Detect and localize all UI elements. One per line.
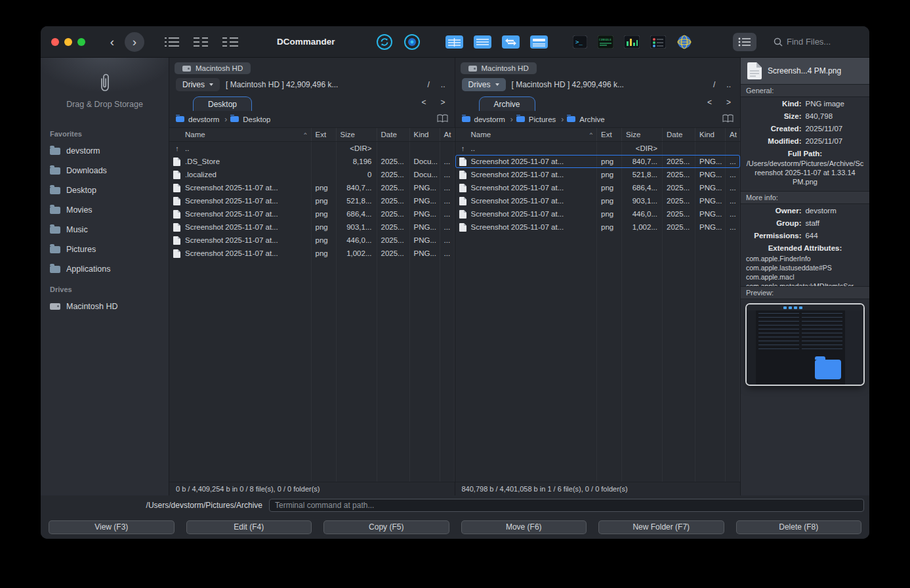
sync-button[interactable] bbox=[375, 32, 394, 52]
sort-asc-icon: ^ bbox=[590, 132, 592, 137]
info-panel-toggle-button[interactable] bbox=[733, 33, 756, 51]
single-pane-button[interactable] bbox=[472, 34, 493, 50]
sidebar-item[interactable]: Pictures bbox=[41, 240, 169, 259]
terminal-command-input[interactable] bbox=[269, 499, 864, 512]
horizontal-split-button[interactable] bbox=[529, 34, 549, 50]
processes-button[interactable] bbox=[649, 34, 667, 50]
file-row[interactable]: ↑ .. <DIR> bbox=[455, 142, 741, 155]
swap-panels-button[interactable] bbox=[501, 34, 521, 50]
column-header-size[interactable]: Size bbox=[337, 128, 377, 141]
column-header-size[interactable]: Size bbox=[622, 128, 663, 141]
file-row[interactable]: ↑ .. <DIR> bbox=[169, 142, 455, 155]
file-row[interactable]: ↑ Screenshot 2025-11-07 at... png 903,1.… bbox=[169, 220, 455, 234]
pane-tab[interactable]: Desktop bbox=[193, 96, 252, 111]
extended-attributes-label: Extended Attributes: bbox=[741, 242, 869, 253]
breadcrumb-item[interactable]: devstorm › bbox=[462, 115, 513, 124]
brief-view-button[interactable] bbox=[163, 35, 181, 49]
breadcrumb-item[interactable]: Desktop › bbox=[230, 116, 270, 123]
activity-button[interactable] bbox=[623, 34, 641, 50]
column-header-at[interactable]: At bbox=[726, 128, 740, 141]
dragdrop-storage[interactable]: Drag & Drop Storage bbox=[41, 58, 169, 123]
function-button[interactable]: New Folder (F7) bbox=[598, 520, 724, 534]
sidebar-item[interactable]: Desktop bbox=[41, 180, 169, 200]
sidebar-item[interactable]: Music bbox=[41, 220, 169, 240]
column-header-kind[interactable]: Kind bbox=[695, 128, 726, 141]
pane-tab[interactable]: Archive bbox=[479, 96, 535, 111]
bookmarks-icon[interactable] bbox=[437, 114, 448, 123]
file-row[interactable]: ↑ Screenshot 2025-11-07 at... png 521,8.… bbox=[455, 168, 741, 181]
info-panel-toggle-icon bbox=[738, 37, 751, 47]
function-button[interactable]: Copy (F5) bbox=[323, 520, 449, 534]
column-header-ext[interactable]: Ext bbox=[597, 128, 622, 141]
file-row[interactable]: ↑ Screenshot 2025-11-07 at... png 521,8.… bbox=[169, 194, 455, 207]
function-button[interactable]: Delete (F8) bbox=[736, 520, 862, 534]
file-row[interactable]: ↑ .localized 0 2025... Docu... ... bbox=[169, 168, 455, 181]
full-view-button[interactable] bbox=[192, 35, 210, 49]
minimize-button[interactable] bbox=[64, 38, 72, 46]
function-button[interactable]: View (F3) bbox=[49, 520, 175, 534]
folder-icon bbox=[50, 226, 60, 234]
search-input[interactable] bbox=[787, 37, 859, 47]
bookmarks-icon[interactable] bbox=[722, 114, 734, 123]
dual-pane-button[interactable] bbox=[444, 34, 465, 50]
thumbs-view-button[interactable] bbox=[220, 35, 240, 49]
file-row[interactable]: ↑ Screenshot 2025-11-07 at... png 840,7.… bbox=[455, 155, 741, 168]
network-button[interactable] bbox=[675, 33, 693, 51]
file-row[interactable]: ↑ Screenshot 2025-11-07 at... png 903,1.… bbox=[455, 194, 741, 207]
goto-parent-button[interactable]: .. bbox=[438, 79, 448, 91]
sidebar-item[interactable]: Applications bbox=[41, 259, 169, 279]
close-button[interactable] bbox=[51, 38, 59, 46]
folder-icon bbox=[567, 116, 575, 122]
file-row[interactable]: ↑ Screenshot 2025-11-07 at... png 840,7.… bbox=[169, 181, 455, 194]
drives-dropdown[interactable]: Drives bbox=[176, 78, 220, 91]
function-button[interactable]: Edit (F4) bbox=[186, 520, 312, 534]
breadcrumb-item[interactable]: devstorm › bbox=[176, 115, 227, 124]
history-forward-button[interactable]: > bbox=[438, 96, 447, 108]
history-forward-button[interactable]: > bbox=[724, 96, 734, 108]
back-button[interactable]: ‹ bbox=[102, 32, 122, 52]
file-row[interactable]: ↑ Screenshot 2025-11-07 at... png 686,4.… bbox=[169, 207, 455, 220]
file-row[interactable]: ↑ Screenshot 2025-11-07 at... png 1,002.… bbox=[169, 247, 455, 260]
info-file-name: Screensh...4 PM.png bbox=[768, 66, 841, 75]
file-row[interactable]: ↑ Screenshot 2025-11-07 at... png 446,0.… bbox=[169, 234, 455, 247]
history-back-button[interactable]: < bbox=[705, 96, 714, 108]
file-row[interactable]: ↑ Screenshot 2025-11-07 at... png 446,0.… bbox=[455, 207, 741, 220]
volume-button[interactable]: Macintosh HD bbox=[175, 62, 251, 74]
sidebar-item[interactable]: Downloads bbox=[41, 161, 169, 180]
goto-root-button[interactable]: / bbox=[424, 79, 432, 91]
column-header-name[interactable]: Name^ bbox=[169, 128, 312, 141]
column-header-at[interactable]: At bbox=[440, 128, 455, 141]
goto-root-button[interactable]: / bbox=[711, 79, 718, 91]
terminal-button[interactable]: >_ bbox=[571, 34, 589, 50]
breadcrumb-item[interactable]: Pictures › bbox=[516, 115, 564, 124]
column-header-date[interactable]: Date bbox=[377, 128, 410, 141]
left-file-pane: Macintosh HD Drives [ Macintosh HD ] 42,… bbox=[169, 58, 455, 495]
drives-dropdown[interactable]: Drives bbox=[462, 78, 506, 91]
console-button[interactable]: CONSOLE bbox=[596, 34, 615, 50]
column-header-kind[interactable]: Kind bbox=[410, 128, 440, 141]
preview-section-label: Preview: bbox=[741, 287, 869, 299]
column-header-date[interactable]: Date bbox=[663, 128, 695, 141]
breadcrumb-item[interactable]: Archive › bbox=[567, 116, 604, 123]
extended-attributes-list[interactable]: com.apple.FinderInfocom.apple.lastusedda… bbox=[741, 253, 869, 287]
sidebar-drive-item[interactable]: Macintosh HD bbox=[41, 297, 169, 316]
sidebar-item[interactable]: Movies bbox=[41, 200, 169, 220]
file-row[interactable]: ↑ Screenshot 2025-11-07 at... png 686,4.… bbox=[455, 181, 741, 194]
sidebar-item[interactable]: devstorm bbox=[41, 141, 169, 161]
file-icon bbox=[459, 210, 467, 219]
column-header-ext[interactable]: Ext bbox=[312, 128, 337, 141]
volume-button[interactable]: Macintosh HD bbox=[461, 62, 537, 74]
zoom-button[interactable] bbox=[77, 38, 85, 46]
goto-parent-button[interactable]: .. bbox=[724, 79, 734, 91]
forward-button[interactable]: › bbox=[125, 32, 144, 52]
function-button[interactable]: Move (F6) bbox=[461, 520, 587, 534]
breadcrumb-label: devstorm bbox=[474, 116, 505, 123]
breadcrumb-label: Desktop bbox=[243, 116, 270, 123]
history-back-button[interactable]: < bbox=[419, 96, 428, 108]
target-button[interactable] bbox=[402, 32, 422, 52]
file-icon bbox=[459, 184, 467, 192]
file-row[interactable]: ↑ Screenshot 2025-11-07 at... png 1,002.… bbox=[455, 220, 741, 234]
column-header-name[interactable]: Name^ bbox=[455, 128, 598, 141]
volume-info: [ Macintosh HD ] 42,909,496 k... bbox=[512, 80, 624, 89]
file-row[interactable]: ↑ .DS_Store 8,196 2025... Docu... ... bbox=[169, 155, 455, 168]
